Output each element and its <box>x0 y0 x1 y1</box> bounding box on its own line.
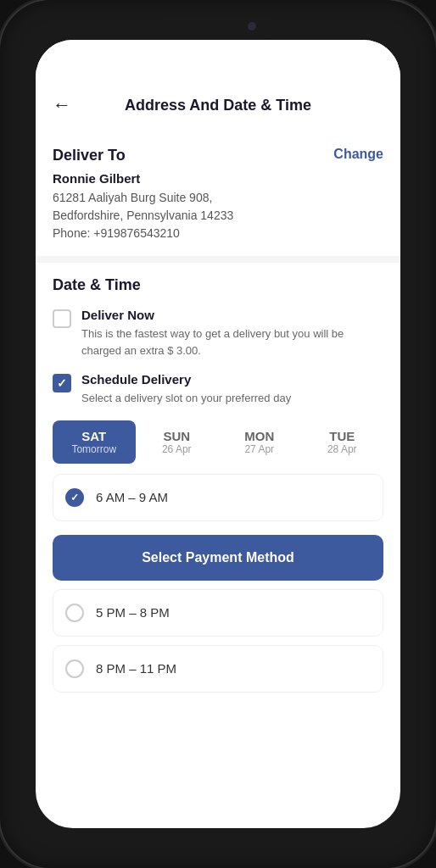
day-date-tue: 28 Apr <box>306 443 379 455</box>
status-bar <box>36 40 400 77</box>
address-line2: Bedfordshire, Pennsylvania 14233 <box>53 207 383 225</box>
main-content: ← Address And Date & Time Deliver To Cha… <box>36 77 400 828</box>
time-label-1: 6 AM – 9 AM <box>96 490 168 504</box>
change-button[interactable]: Change <box>333 147 383 162</box>
deliver-to-label: Deliver To <box>53 147 126 164</box>
day-tab-tue[interactable]: TUE 28 Apr <box>301 420 384 464</box>
deliver-now-desc: This is the fastest way to get a deliver… <box>81 326 383 359</box>
deliver-to-header: Deliver To Change <box>53 147 383 164</box>
deliver-now-checkbox[interactable] <box>53 309 71 328</box>
day-name-sun: SUN <box>141 429 214 443</box>
day-date-mon: 27 Apr <box>223 443 296 455</box>
day-name-tue: TUE <box>306 429 379 443</box>
day-date-sat: Tomorrow <box>58 443 131 455</box>
schedule-delivery-checkbox[interactable] <box>53 374 71 392</box>
datetime-section: Date & Time Deliver Now This is the fast… <box>36 263 400 715</box>
datetime-title: Date & Time <box>53 276 383 294</box>
time-slot-1[interactable]: 6 AM – 9 AM <box>53 474 383 521</box>
deliver-now-option[interactable]: Deliver Now This is the fastest way to g… <box>53 308 383 359</box>
day-name-mon: MON <box>223 429 296 443</box>
screen: ← Address And Date & Time Deliver To Cha… <box>36 40 400 828</box>
header: ← Address And Date & Time <box>36 77 400 133</box>
phone-number: Phone: +919876543210 <box>53 225 383 242</box>
day-name-sat: SAT <box>58 429 131 443</box>
section-divider <box>36 256 400 263</box>
day-tab-sun[interactable]: SUN 26 Apr <box>136 420 219 464</box>
deliver-now-title: Deliver Now <box>81 308 383 322</box>
radio-2 <box>65 604 84 622</box>
day-date-sun: 26 Apr <box>141 443 214 455</box>
time-slot-2[interactable]: 5 PM – 8 PM <box>53 589 383 637</box>
day-tab-mon[interactable]: MON 27 Apr <box>218 420 301 464</box>
day-tab-sat[interactable]: SAT Tomorrow <box>53 420 136 464</box>
back-button[interactable]: ← <box>53 91 78 120</box>
radio-3 <box>65 659 84 678</box>
recipient-name: Ronnie Gilbert <box>53 171 383 186</box>
radio-1 <box>65 488 84 507</box>
phone-frame: ← Address And Date & Time Deliver To Cha… <box>0 0 436 868</box>
schedule-delivery-content: Schedule Delivery Select a delivery slot… <box>81 372 291 407</box>
select-payment-button[interactable]: Select Payment Method <box>53 535 383 581</box>
page-title: Address And Date & Time <box>78 97 383 114</box>
deliver-to-section: Deliver To Change Ronnie Gilbert 61281 A… <box>36 133 400 256</box>
schedule-delivery-option[interactable]: Schedule Delivery Select a delivery slot… <box>53 372 383 407</box>
time-label-3: 8 PM – 11 PM <box>96 661 176 676</box>
day-selector: SAT Tomorrow SUN 26 Apr MON 27 Apr TUE 2… <box>53 420 383 464</box>
time-label-2: 5 PM – 8 PM <box>96 605 170 620</box>
time-slot-3[interactable]: 8 PM – 11 PM <box>53 645 383 693</box>
deliver-now-content: Deliver Now This is the fastest way to g… <box>81 308 383 359</box>
schedule-delivery-title: Schedule Delivery <box>81 372 291 387</box>
address-line1: 61281 Aaliyah Burg Suite 908, <box>53 189 383 207</box>
schedule-delivery-desc: Select a delivery slot on your preferred… <box>81 390 291 407</box>
